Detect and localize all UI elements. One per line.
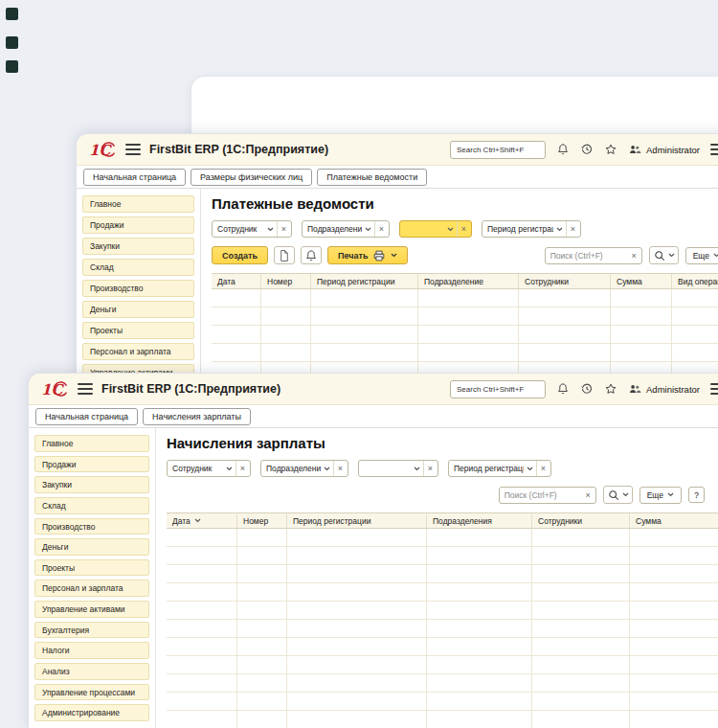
sidebar-item-main[interactable]: Главное — [34, 435, 149, 452]
notifications-bell-icon[interactable] — [556, 382, 570, 396]
filter-employee[interactable]: Сотрудник × — [212, 220, 292, 238]
sidebar-item-money[interactable]: Деньги — [34, 538, 149, 556]
1c-logo-icon: 1С — [40, 379, 69, 398]
list-search-input[interactable] — [500, 490, 581, 500]
clear-icon[interactable]: × — [457, 221, 471, 237]
print-button[interactable]: Печать — [327, 246, 408, 264]
chevron-down-icon[interactable] — [362, 221, 374, 237]
sidebar-item-analysis[interactable]: Анализ — [34, 663, 149, 680]
column-header-amount[interactable]: Сумма — [630, 513, 718, 528]
chevron-down-icon[interactable] — [553, 221, 566, 237]
column-header-period[interactable]: Период регистрации — [311, 274, 418, 288]
main-menu-icon[interactable] — [125, 141, 141, 158]
command-bar-left: Создать Печать — [212, 246, 408, 264]
chevron-down-icon[interactable] — [264, 221, 277, 237]
clear-icon[interactable]: × — [566, 221, 580, 237]
filter-registration-period[interactable]: Период регистрации × — [448, 460, 551, 477]
column-header-employees[interactable]: Сотрудники — [532, 513, 630, 528]
filter-empty[interactable]: × — [358, 460, 438, 477]
column-header-number[interactable]: Номер — [261, 274, 311, 288]
notifications-bell-icon[interactable] — [556, 143, 570, 156]
sidebar-item-accounting[interactable]: Бухгалтерия — [34, 622, 149, 639]
sidebar-item-taxes[interactable]: Налоги — [34, 642, 149, 659]
sidebar-item-administration[interactable]: Администрирование — [34, 704, 149, 721]
list-search-box[interactable]: × — [499, 487, 596, 504]
main-menu-icon[interactable] — [78, 380, 93, 398]
tab-payroll-accruals[interactable]: Начисления зарплаты — [143, 408, 251, 425]
sidebar-item-process-management[interactable]: Управление процессами — [34, 684, 149, 701]
chevron-down-icon — [391, 253, 397, 258]
more-button[interactable]: Еще — [639, 487, 682, 504]
sidebar-item-projects[interactable]: Проекты — [34, 559, 149, 577]
column-header-amount[interactable]: Сумма — [611, 274, 672, 288]
sidebar-item-main[interactable]: Главное — [82, 195, 194, 213]
tab-home[interactable]: Начальная страница — [83, 169, 186, 186]
clear-icon[interactable]: × — [277, 221, 291, 237]
create-copy-button[interactable] — [274, 246, 295, 264]
more-menu-icon[interactable] — [710, 380, 718, 398]
clear-icon[interactable]: × — [374, 221, 389, 237]
history-icon[interactable] — [580, 143, 594, 156]
column-header-departments[interactable]: Подразделения — [427, 513, 532, 528]
sidebar-item-asset-management[interactable]: Управление активами — [34, 601, 149, 618]
filter-employee[interactable]: Сотрудник × — [167, 460, 251, 477]
notify-button[interactable] — [301, 246, 322, 264]
sidebar-item-warehouse[interactable]: Склад — [34, 497, 149, 514]
filter-registration-period[interactable]: Период регистрации × — [482, 220, 581, 238]
chevron-down-icon[interactable] — [524, 461, 536, 476]
filter-highlighted[interactable]: × — [399, 220, 472, 238]
favorites-star-icon[interactable] — [604, 143, 617, 156]
create-button[interactable]: Создать — [212, 246, 268, 264]
list-search-box[interactable]: × — [545, 247, 642, 264]
sidebar-item-sales[interactable]: Продажи — [34, 456, 149, 473]
column-header-department[interactable]: Подразделение — [418, 274, 519, 288]
more-menu-icon[interactable] — [710, 141, 718, 158]
search-options-button[interactable] — [649, 246, 679, 264]
filter-department[interactable]: Подразделение × — [302, 220, 390, 238]
list-search-input[interactable] — [546, 251, 627, 261]
sidebar-item-production[interactable]: Производство — [82, 280, 194, 297]
help-button[interactable]: ? — [688, 487, 705, 503]
chevron-down-icon[interactable] — [444, 221, 457, 237]
clear-icon[interactable]: × — [423, 461, 438, 476]
user-menu[interactable]: Administrator — [628, 382, 700, 396]
favorites-star-icon[interactable] — [604, 382, 617, 396]
sidebar-item-sales[interactable]: Продажи — [82, 216, 194, 234]
chevron-down-icon[interactable] — [411, 461, 423, 476]
column-header-date[interactable]: Дата — [212, 274, 261, 288]
sidebar-item-hr-payroll[interactable]: Персонал и зарплата — [34, 580, 149, 597]
tab-home[interactable]: Начальная страница — [35, 408, 138, 425]
clear-icon[interactable]: × — [236, 461, 250, 476]
more-button[interactable]: Еще — [685, 247, 718, 264]
chevron-down-icon[interactable] — [223, 461, 236, 476]
global-search-input[interactable] — [450, 141, 546, 159]
column-header-number[interactable]: Номер — [237, 513, 287, 528]
column-header-operation-kind[interactable]: Вид операции — [672, 274, 718, 288]
sidebar-item-purchases[interactable]: Закупки — [82, 238, 194, 255]
table-header: Дата Номер Период регистрации Подразделе… — [212, 273, 718, 289]
filter-department[interactable]: Подразделение × — [260, 460, 348, 477]
clear-icon[interactable]: × — [333, 461, 348, 476]
sidebar-item-projects[interactable]: Проекты — [82, 322, 194, 339]
sidebar-item-purchases[interactable]: Закупки — [34, 476, 149, 493]
clear-icon[interactable]: × — [580, 490, 595, 500]
search-options-button[interactable] — [603, 486, 633, 504]
history-icon[interactable] — [580, 382, 594, 396]
document-list[interactable] — [167, 529, 718, 728]
global-search-input[interactable] — [450, 380, 546, 398]
user-menu[interactable]: Administrator — [628, 143, 700, 156]
sidebar-item-hr-payroll[interactable]: Персонал и зарплата — [82, 343, 194, 360]
sidebar-item-money[interactable]: Деньги — [82, 301, 194, 318]
column-header-date[interactable]: Дата — [167, 513, 237, 528]
filter-row: Сотрудник × Подразделение × × Период рег… — [212, 220, 718, 238]
column-header-employees[interactable]: Сотрудники — [519, 274, 611, 288]
chevron-down-icon[interactable] — [321, 461, 333, 476]
magnifier-icon — [653, 249, 666, 262]
clear-icon[interactable]: × — [536, 461, 550, 476]
sidebar-item-warehouse[interactable]: Склад — [82, 259, 194, 276]
sidebar-item-production[interactable]: Производство — [34, 518, 149, 535]
tab-payment-sheets[interactable]: Платежные ведомости — [317, 169, 427, 186]
column-header-period[interactable]: Период регистрации — [287, 513, 427, 528]
clear-icon[interactable]: × — [626, 251, 640, 261]
tab-individual-sizes[interactable]: Размеры физических лиц — [191, 169, 312, 186]
